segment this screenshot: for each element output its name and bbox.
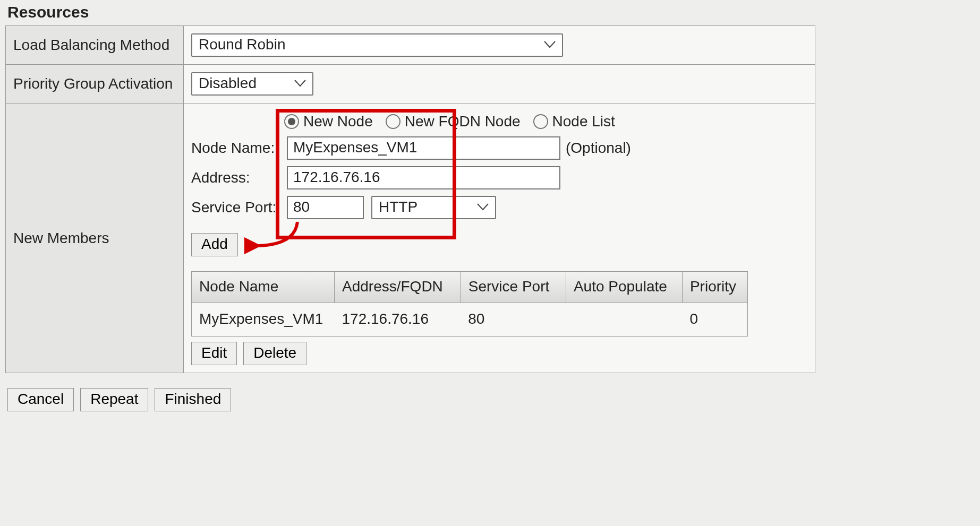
table-row[interactable]: MyExpenses_VM1 172.16.76.16 80 0: [192, 303, 748, 337]
chevron-down-icon: [544, 41, 556, 48]
lbm-label: Load Balancing Method: [6, 26, 184, 65]
node-form-area: New Node New FQDN Node Node List Node Na…: [191, 113, 807, 365]
pga-select[interactable]: Disabled: [191, 72, 313, 96]
radio-node-list-label: Node List: [552, 113, 615, 130]
col-address: Address/FQDN: [335, 272, 461, 303]
node-type-radios: New Node New FQDN Node Node List: [284, 113, 807, 130]
col-priority: Priority: [682, 272, 747, 303]
radio-new-node[interactable]: [284, 114, 299, 129]
optional-label: (Optional): [566, 140, 631, 157]
radio-new-node-label: New Node: [303, 113, 373, 130]
lbm-select[interactable]: Round Robin: [191, 33, 563, 57]
section-title: Resources: [5, 0, 975, 25]
lbm-value: Round Robin: [199, 36, 285, 53]
delete-button[interactable]: Delete: [243, 342, 306, 365]
cell-address: 172.16.76.16: [335, 303, 461, 337]
node-name-label: Node Name:: [191, 140, 287, 157]
col-auto-populate: Auto Populate: [566, 272, 682, 303]
service-port-label: Service Port:: [191, 199, 287, 216]
service-port-input[interactable]: [287, 196, 364, 219]
new-members-cell: New Node New FQDN Node Node List Node Na…: [184, 104, 815, 373]
cell-service-port: 80: [461, 303, 566, 337]
finished-button[interactable]: Finished: [155, 388, 231, 411]
edit-button[interactable]: Edit: [191, 342, 237, 365]
new-members-label: New Members: [6, 104, 184, 373]
cancel-button[interactable]: Cancel: [7, 388, 74, 411]
radio-new-fqdn[interactable]: [386, 114, 400, 129]
col-service-port: Service Port: [461, 272, 566, 303]
cell-node-name: MyExpenses_VM1: [192, 303, 335, 337]
cell-priority: 0: [682, 303, 747, 337]
pga-cell: Disabled: [184, 65, 815, 104]
radio-node-list[interactable]: [533, 114, 548, 129]
pga-value: Disabled: [199, 75, 257, 92]
node-name-input[interactable]: [287, 136, 560, 160]
cell-auto-populate: [566, 303, 682, 337]
chevron-down-icon: [477, 203, 489, 211]
pga-label: Priority Group Activation: [6, 65, 184, 104]
lbm-cell: Round Robin: [184, 26, 815, 65]
members-table: Node Name Address/FQDN Service Port Auto…: [191, 271, 748, 337]
address-input[interactable]: [287, 166, 560, 189]
port-protocol-value: HTTP: [379, 199, 417, 215]
port-protocol-select[interactable]: HTTP: [371, 196, 496, 219]
chevron-down-icon: [294, 80, 306, 87]
repeat-button[interactable]: Repeat: [80, 388, 148, 411]
address-label: Address:: [191, 169, 287, 186]
radio-new-fqdn-label: New FQDN Node: [405, 113, 521, 130]
col-node-name: Node Name: [192, 272, 335, 303]
add-button[interactable]: Add: [191, 233, 238, 256]
resources-table: Load Balancing Method Round Robin Priori…: [5, 25, 815, 373]
